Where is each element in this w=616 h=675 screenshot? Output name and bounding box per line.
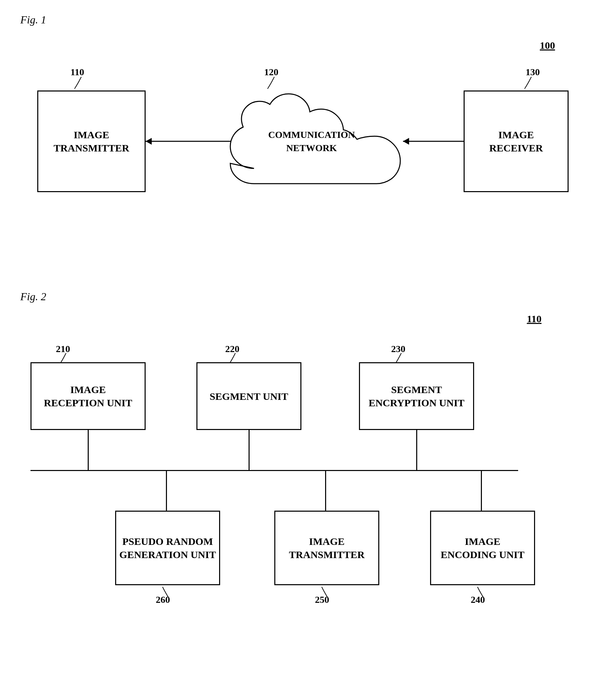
pseudo-random-generation-unit-box: PSEUDO RANDOM GENERATION UNIT <box>115 511 220 585</box>
img-rec-line1: IMAGE <box>44 383 132 396</box>
segment-unit-box: SEGMENT UNIT <box>196 362 301 430</box>
callout-line-250 <box>322 587 335 600</box>
img-enc-line2: ENCODING UNIT <box>441 548 525 561</box>
ref-100: 100 <box>540 40 555 51</box>
ref-110-fig2: 110 <box>527 313 541 325</box>
callout-line-130 <box>525 77 538 90</box>
img-rx-line2: RECEIVER <box>489 141 543 155</box>
img-rec-line2: RECEPTION UNIT <box>44 396 132 409</box>
fig1-diagram: 100 110 120 130 IMAGE TRANSMITTER <box>20 33 596 270</box>
vert-line-230 <box>416 430 417 471</box>
pseudo-rand-line2: GENERATION UNIT <box>119 548 216 561</box>
fig2-diagram: 110 210 IMAGE RECEPTION UNIT 220 SEGMENT… <box>20 310 596 615</box>
callout-line-240 <box>477 587 491 600</box>
img-tx-line1: IMAGE <box>54 128 129 141</box>
comm-net-line1: COMMUNICATION <box>268 128 355 141</box>
segment-unit-text: SEGMENT UNIT <box>210 390 288 403</box>
seg-enc-line2: ENCRYPTION UNIT <box>368 396 464 409</box>
ref-110-callout: 110 <box>70 67 84 78</box>
fig2-label: Fig. 2 <box>20 290 596 303</box>
ref-130-callout: 130 <box>526 67 540 78</box>
comm-net-line2: NETWORK <box>268 141 355 155</box>
vert-line-240 <box>481 470 482 511</box>
fig1-label: Fig. 1 <box>20 14 596 26</box>
img-tx2-line1: IMAGE <box>289 535 364 548</box>
ref-120-callout: 120 <box>264 67 278 78</box>
cloud-text: COMMUNICATION NETWORK <box>268 128 355 155</box>
image-receiver-box: IMAGE RECEIVER <box>464 90 569 192</box>
vert-line-220 <box>249 430 250 471</box>
img-tx2-line2: TRANSMITTER <box>289 548 364 561</box>
bus-line-horizontal <box>30 470 518 471</box>
img-rx-line1: IMAGE <box>489 128 543 141</box>
callout-line-260 <box>163 587 176 600</box>
vert-line-210 <box>88 430 89 471</box>
svg-marker-1 <box>146 138 152 145</box>
seg-enc-line1: SEGMENT <box>368 383 464 396</box>
vert-line-260 <box>166 470 167 511</box>
svg-marker-4 <box>403 138 409 145</box>
img-tx-line2: TRANSMITTER <box>54 141 129 155</box>
image-transmitter-box: IMAGE TRANSMITTER <box>37 90 146 192</box>
image-transmitter-250-box: IMAGE TRANSMITTER <box>274 511 379 585</box>
vert-line-250 <box>325 470 326 511</box>
pseudo-rand-line1: PSEUDO RANDOM <box>119 535 216 548</box>
communication-network-cloud: COMMUNICATION NETWORK <box>220 90 403 192</box>
image-reception-unit-box: IMAGE RECEPTION UNIT <box>30 362 146 430</box>
segment-encryption-unit-box: SEGMENT ENCRYPTION UNIT <box>359 362 474 430</box>
image-encoding-unit-box: IMAGE ENCODING UNIT <box>430 511 535 585</box>
callout-line-120 <box>268 77 281 90</box>
callout-line-110 <box>75 77 88 90</box>
img-enc-line1: IMAGE <box>441 535 525 548</box>
